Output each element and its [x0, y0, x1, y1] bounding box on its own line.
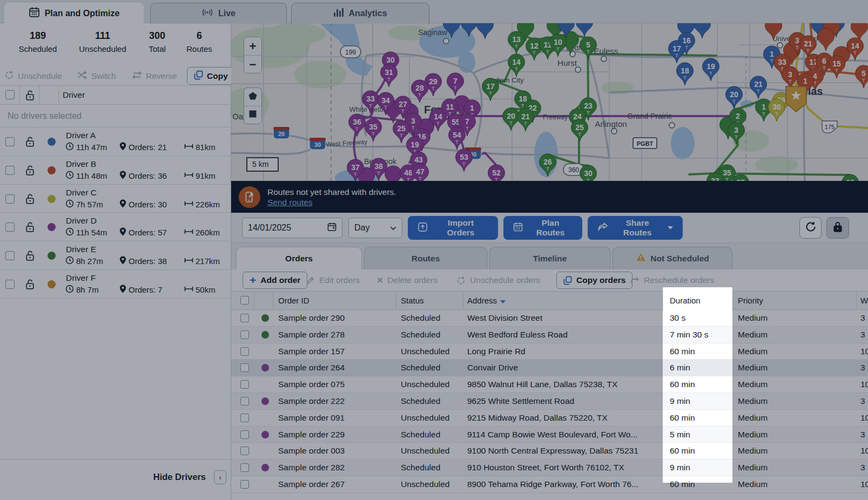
map-pin-red-15[interactable]: 15T: [827, 55, 846, 79]
tab-analytics[interactable]: Analytics: [291, 3, 429, 24]
map-pin-blue[interactable]: [557, 23, 575, 38]
map-pin-blue-17[interactable]: 17T: [668, 40, 686, 64]
share-routes-button[interactable]: Share Routes: [588, 216, 683, 240]
driver-checkbox[interactable]: [5, 137, 15, 146]
driver-checkbox[interactable]: [5, 222, 15, 232]
map-pin-red-5[interactable]: 5T: [854, 65, 868, 89]
lock-icon[interactable]: [25, 165, 35, 178]
map-pin-blue-21[interactable]: 21T: [749, 76, 768, 99]
orders-tab-routes[interactable]: Routes: [364, 247, 487, 269]
map-pin-yellow-30[interactable]: 30T: [768, 98, 786, 122]
column-header-order-id[interactable]: Order ID: [278, 296, 309, 305]
order-checkbox[interactable]: [240, 347, 249, 356]
lock-icon[interactable]: [25, 250, 35, 263]
map-depot-star-marker[interactable]: ★: [784, 85, 809, 114]
order-checkbox[interactable]: [240, 330, 249, 339]
order-row[interactable]: Sample order 264 Scheduled Convair Drive…: [231, 360, 868, 376]
map-pin-green-17[interactable]: 17T: [481, 78, 500, 102]
map-pin-red[interactable]: [764, 23, 783, 40]
rectangle-select-button[interactable]: [244, 106, 261, 124]
driver-row[interactable]: Driver D 11h 54m Orders: 57: [0, 213, 231, 241]
map-pin-purple-35[interactable]: 35T: [364, 118, 382, 142]
map-pin-purple-31[interactable]: 31T: [380, 64, 398, 87]
map-pin-purple-54[interactable]: 54T: [448, 126, 466, 150]
driver-row[interactable]: Driver A 11h 47m Orders: 21: [0, 127, 231, 156]
refresh-button[interactable]: [799, 217, 822, 239]
map-pin-blue[interactable]: [575, 23, 594, 37]
map[interactable]: SaginawBedfordEulessHurstHaltom CityFort…: [231, 23, 868, 181]
map-pin-blue-20[interactable]: 20T: [725, 86, 743, 110]
map-pin-red-14[interactable]: 14T: [846, 37, 864, 61]
order-checkbox[interactable]: [240, 430, 249, 439]
zoom-in-button[interactable]: +: [244, 37, 261, 55]
send-routes-link[interactable]: Send routes: [267, 198, 396, 207]
order-checkbox[interactable]: [240, 414, 249, 422]
import-orders-button[interactable]: Import Orders: [408, 216, 498, 240]
column-header-priority[interactable]: Priority: [738, 296, 763, 305]
date-input[interactable]: 14/01/2025: [242, 218, 342, 238]
order-row[interactable]: Sample order 003 Unscheduled 9100 North …: [231, 443, 868, 460]
order-checkbox[interactable]: [240, 397, 249, 406]
orders-tab-timeline[interactable]: Timeline: [489, 247, 610, 269]
order-checkbox[interactable]: [240, 463, 249, 472]
select-all-drivers-checkbox[interactable]: [5, 90, 15, 99]
map-pin-purple-28[interactable]: 28T: [411, 79, 429, 103]
order-checkbox[interactable]: [240, 363, 249, 372]
order-row[interactable]: Sample order 222 Scheduled 9625 White Se…: [231, 393, 868, 410]
driver-row[interactable]: Driver C 7h 57m Orders: 30: [0, 185, 231, 213]
map-pin-purple-53[interactable]: 53T: [455, 148, 473, 172]
driver-row[interactable]: Driver E 8h 27m Orders: 38: [0, 241, 231, 270]
orders-tab-orders[interactable]: Orders: [236, 247, 362, 269]
tab-plan-and-optimize[interactable]: Plan and Optimize: [4, 3, 144, 24]
driver-row[interactable]: Driver F 8h 7m Orders: 7: [0, 270, 231, 299]
driver-checkbox[interactable]: [5, 251, 15, 260]
order-row[interactable]: Sample order 157 Unscheduled Long Prairi…: [231, 343, 868, 360]
column-header-status[interactable]: Status: [401, 296, 424, 305]
map-pin-blue[interactable]: [442, 23, 461, 38]
map-pin-purple-7[interactable]: 7T: [446, 72, 465, 96]
map-pin-green-25[interactable]: 25T: [570, 119, 589, 143]
lock-icon[interactable]: [25, 193, 35, 207]
collapse-drivers-button[interactable]: ‹: [214, 470, 226, 484]
driver-row[interactable]: Driver B 11h 48m Orders: 36: [0, 156, 231, 185]
order-row[interactable]: Sample order 075 Unscheduled 9850 Walnut…: [231, 376, 868, 393]
zoom-out-button[interactable]: −: [244, 55, 261, 73]
map-pin-purple-37[interactable]: 37T: [346, 159, 365, 181]
order-checkbox[interactable]: [240, 447, 249, 455]
order-checkbox[interactable]: [240, 314, 249, 322]
polygon-select-button[interactable]: [244, 88, 261, 106]
lock-icon[interactable]: [25, 279, 35, 292]
order-row[interactable]: Sample order 282 Scheduled 910 Houston S…: [231, 460, 868, 476]
lock-icon[interactable]: [25, 136, 35, 150]
map-pin-green-30[interactable]: 30T: [579, 165, 597, 181]
copy-orders-button[interactable]: Copy orders: [556, 272, 633, 289]
order-row[interactable]: Sample order 278 Scheduled West Bedford …: [231, 327, 868, 343]
tab-live[interactable]: Live: [150, 3, 287, 24]
select-all-orders-checkbox[interactable]: [240, 296, 249, 305]
plan-routes-button[interactable]: Plan Routes: [503, 216, 582, 240]
period-select[interactable]: Day: [348, 218, 402, 238]
order-checkbox[interactable]: [240, 380, 249, 389]
map-pin-blue-19[interactable]: 19T: [702, 58, 720, 82]
map-pin-green-26[interactable]: 26T: [539, 153, 557, 177]
map-pin-green-14[interactable]: 14T: [507, 53, 526, 77]
map-pin-green-13[interactable]: 13T: [507, 31, 526, 55]
add-order-button[interactable]: +Add order: [243, 272, 307, 289]
order-row[interactable]: Sample order 267 Unscheduled 8900 Tehama…: [231, 476, 868, 493]
map-pin-green-5[interactable]: 5T: [579, 36, 597, 60]
order-checkbox[interactable]: [240, 480, 249, 489]
driver-checkbox[interactable]: [5, 194, 15, 204]
map-pin-purple-52[interactable]: 52T: [487, 164, 506, 181]
map-pin-purple-47[interactable]: 47T: [411, 163, 429, 181]
map-pin-blue-18[interactable]: 18T: [676, 62, 694, 86]
order-row[interactable]: Sample order 091 Unscheduled 9215 Midway…: [231, 410, 868, 427]
column-header-duration[interactable]: Duration: [670, 296, 701, 305]
orders-tab-not-scheduled[interactable]: Not Scheduled: [613, 247, 732, 269]
map-pin-purple-34[interactable]: 34T: [376, 92, 395, 116]
map-pin-green-37[interactable]: 37T: [731, 174, 750, 181]
driver-checkbox[interactable]: [5, 166, 15, 175]
map-pin-blue[interactable]: [693, 23, 711, 39]
map-pin-blue[interactable]: [476, 23, 494, 39]
column-header-weight[interactable]: Weight: [860, 296, 868, 305]
map-pin-green-3[interactable]: 3T: [727, 121, 745, 145]
